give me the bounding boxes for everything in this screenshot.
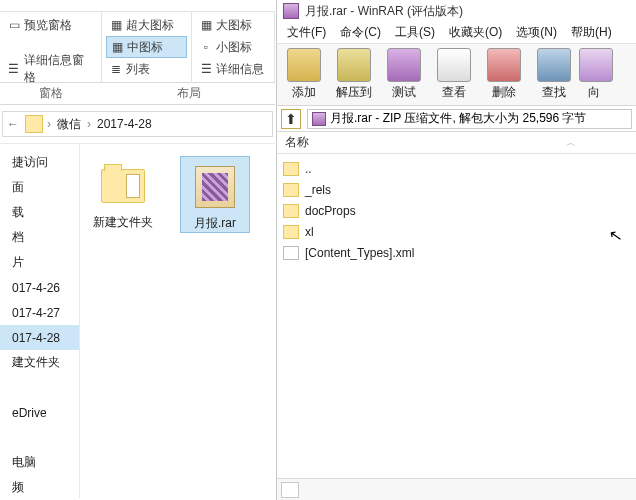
status-seg xyxy=(281,482,299,498)
medium-icons[interactable]: ▦中图标 xyxy=(106,36,187,58)
toolbar: 添加解压到测试查看删除查找向 xyxy=(277,44,636,106)
menu-item[interactable]: 文件(F) xyxy=(281,22,332,43)
folder-icon xyxy=(283,225,299,239)
folder-entry[interactable]: xl xyxy=(277,221,636,242)
sort-indicator-icon: ︿ xyxy=(566,136,576,150)
archive-info-field[interactable]: 月报.rar - ZIP 压缩文件, 解包大小为 25,596 字节 xyxy=(307,109,632,129)
file-label: 月报.rar xyxy=(181,215,249,232)
folder-icon xyxy=(283,183,299,197)
tree-item[interactable]: 电脑 xyxy=(0,450,79,475)
toolbar-icon xyxy=(487,48,521,82)
large-icons[interactable]: ▦大图标 xyxy=(196,14,270,36)
nav-back-icon[interactable]: ← xyxy=(3,117,23,131)
tree-item[interactable]: 档 xyxy=(0,225,79,250)
list-icon: ≣ xyxy=(108,61,124,77)
grid-icon: ▫ xyxy=(198,39,214,55)
tree-item[interactable]: 片 xyxy=(0,250,79,275)
tree-item[interactable]: 017-4-26 xyxy=(0,275,79,300)
file-label: 新建文件夹 xyxy=(88,214,158,231)
grid-icon: ▦ xyxy=(108,17,124,33)
entry-name: _rels xyxy=(305,183,331,197)
tree-item[interactable]: 捷访问 xyxy=(0,150,79,175)
nav-tree[interactable]: 捷访问面载档片017-4-26017-4-27017-4-28建文件夹eDriv… xyxy=(0,144,80,498)
find-button[interactable]: 查找 xyxy=(529,46,579,105)
tree-item[interactable]: eDrive xyxy=(0,400,79,425)
rar-icon xyxy=(191,163,239,211)
list-view[interactable]: ≣列表 xyxy=(106,58,187,80)
breadcrumb-seg[interactable]: 微信 xyxy=(53,116,85,133)
file-entry[interactable]: [Content_Types].xml xyxy=(277,242,636,263)
tree-item[interactable]: 频 xyxy=(0,475,79,498)
preview-pane-toggle[interactable]: ▭ 预览窗格 xyxy=(4,14,97,36)
test-button[interactable]: 测试 xyxy=(379,46,429,105)
toolbar-label: 查找 xyxy=(529,84,579,101)
up-button[interactable]: ⬆ xyxy=(281,109,301,129)
menu-item[interactable]: 工具(S) xyxy=(389,22,441,43)
tree-item[interactable]: 017-4-28 xyxy=(0,325,79,350)
entry-name: [Content_Types].xml xyxy=(305,246,414,260)
folder-icon xyxy=(25,115,43,133)
status-bar xyxy=(277,478,636,500)
folder-entry[interactable]: _rels xyxy=(277,179,636,200)
toolbar-label: 测试 xyxy=(379,84,429,101)
grid-icon: ▦ xyxy=(198,17,214,33)
toolbar-label: 解压到 xyxy=(329,84,379,101)
file-icon xyxy=(283,246,299,260)
entry-name: .. xyxy=(305,162,312,176)
address-bar[interactable]: ← › 微信 › 2017-4-28 xyxy=(2,111,273,137)
view-button[interactable]: 查看 xyxy=(429,46,479,105)
extract-button[interactable]: 解压到 xyxy=(329,46,379,105)
folder-entry[interactable]: .. xyxy=(277,158,636,179)
tree-item[interactable] xyxy=(0,425,79,450)
small-icons[interactable]: ▫小图标 xyxy=(196,36,270,58)
toolbar-icon xyxy=(387,48,421,82)
tree-item[interactable]: 面 xyxy=(0,175,79,200)
title-bar[interactable]: 月报.rar - WinRAR (评估版本) xyxy=(277,0,636,22)
folder-entry[interactable]: docProps xyxy=(277,200,636,221)
tree-item[interactable]: 017-4-27 xyxy=(0,300,79,325)
entry-name: xl xyxy=(305,225,314,239)
menu-item[interactable]: 收藏夹(O) xyxy=(443,22,508,43)
tree-item[interactable] xyxy=(0,375,79,400)
menu-bar: 文件(F)命令(C)工具(S)收藏夹(O)选项(N)帮助(H) xyxy=(277,22,636,44)
breadcrumb-seg[interactable]: 2017-4-28 xyxy=(93,117,156,131)
archive-icon xyxy=(312,112,326,126)
delete-button[interactable]: 删除 xyxy=(479,46,529,105)
folder-icon xyxy=(99,162,147,210)
very-large-icons[interactable]: ▦超大图标 xyxy=(106,14,187,36)
chevron-right-icon[interactable]: › xyxy=(45,117,53,131)
toolbar-icon xyxy=(537,48,571,82)
folder-icon xyxy=(283,204,299,218)
list-header[interactable]: 名称 ︿ xyxy=(277,132,636,154)
column-name: 名称 xyxy=(285,134,309,151)
winrar-window: 月报.rar - WinRAR (评估版本) 文件(F)命令(C)工具(S)收藏… xyxy=(276,0,636,500)
window-title: 月报.rar - WinRAR (评估版本) xyxy=(305,3,463,20)
ribbon-group-panes: 窗格 xyxy=(0,83,102,104)
ribbon-group-layout: 布局 xyxy=(102,83,275,104)
grid-icon: ▦ xyxy=(109,39,125,55)
archive-item[interactable]: 月报.rar xyxy=(180,156,250,233)
file-area[interactable]: 新建文件夹月报.rar xyxy=(80,144,275,498)
details-icon: ☰ xyxy=(6,61,22,77)
toolbar-icon xyxy=(337,48,371,82)
toolbar-icon xyxy=(579,48,613,82)
wizard-button[interactable]: 向 xyxy=(579,46,609,105)
menu-item[interactable]: 选项(N) xyxy=(510,22,563,43)
details-view[interactable]: ☰详细信息 xyxy=(196,58,270,80)
list-icon: ☰ xyxy=(198,61,214,77)
ribbon: ▭ 预览窗格 ☰ 详细信息窗格 ▦超大图标 ▦中图标 ≣列表 ▦大图标 ▫小图标… xyxy=(0,12,275,83)
folder-icon xyxy=(283,162,299,176)
toolbar-label: 查看 xyxy=(429,84,479,101)
toolbar-icon xyxy=(287,48,321,82)
tree-item[interactable]: 载 xyxy=(0,200,79,225)
chevron-right-icon[interactable]: › xyxy=(85,117,93,131)
menu-item[interactable]: 命令(C) xyxy=(334,22,387,43)
tree-item[interactable]: 建文件夹 xyxy=(0,350,79,375)
archive-info: 月报.rar - ZIP 压缩文件, 解包大小为 25,596 字节 xyxy=(330,110,587,127)
file-list[interactable]: .._relsdocPropsxl[Content_Types].xml xyxy=(277,154,636,267)
details-pane-toggle[interactable]: ☰ 详细信息窗格 xyxy=(4,58,97,80)
menu-item[interactable]: 帮助(H) xyxy=(565,22,618,43)
toolbar-icon xyxy=(437,48,471,82)
folder-item[interactable]: 新建文件夹 xyxy=(88,156,158,231)
add-button[interactable]: 添加 xyxy=(279,46,329,105)
